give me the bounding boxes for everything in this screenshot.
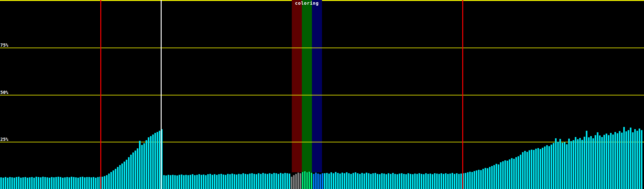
- histogram-bar: [625, 131, 627, 189]
- histogram-bar: [322, 173, 323, 189]
- usage-histogram-chart: coloring 75%50%25%: [0, 0, 644, 189]
- histogram-bar: [476, 170, 477, 189]
- histogram-bar: [97, 177, 99, 189]
- histogram-bar: [581, 140, 583, 189]
- histogram-bar: [526, 152, 528, 189]
- histogram-bar: [405, 174, 407, 189]
- y-axis-label-75: 75%: [0, 43, 8, 47]
- histogram-bar: [150, 136, 152, 189]
- histogram-bar: [359, 174, 361, 189]
- histogram-bar: [229, 174, 231, 189]
- histogram-bar: [559, 139, 561, 189]
- histogram-bar: [205, 175, 207, 189]
- histogram-bar: [170, 175, 171, 189]
- histogram-bar: [20, 178, 22, 189]
- histogram-bar: [3, 178, 4, 189]
- histogram-bar: [269, 173, 270, 189]
- histogram-bar: [449, 174, 451, 189]
- histogram-bar: [513, 159, 515, 189]
- histogram-bar: [262, 173, 264, 189]
- histogram-bar: [348, 173, 350, 189]
- histogram-bar: [434, 173, 436, 189]
- histogram-bar: [0, 177, 2, 189]
- histogram-bar: [117, 167, 119, 189]
- histogram-bar: [319, 174, 321, 189]
- histogram-bar: [128, 157, 130, 189]
- histogram-bar: [324, 173, 325, 189]
- histogram-bar: [630, 128, 631, 189]
- gridline-top-border: [0, 0, 644, 1]
- histogram-bar: [518, 156, 519, 189]
- histogram-bar: [278, 174, 279, 189]
- histogram-bar: [40, 177, 42, 189]
- histogram-bar: [84, 177, 86, 189]
- histogram-bar: [623, 127, 625, 189]
- histogram-bar: [410, 174, 411, 189]
- histogram-bar: [606, 134, 607, 189]
- histogram-bar: [546, 145, 548, 189]
- histogram-bar: [421, 174, 422, 189]
- histogram-bar: [392, 173, 394, 189]
- histogram-bar: [33, 178, 35, 189]
- histogram-bar: [110, 172, 112, 189]
- histogram-bar: [95, 178, 97, 189]
- histogram-bar: [487, 168, 488, 189]
- histogram-bar: [388, 173, 389, 189]
- histogram-bar: [438, 174, 440, 189]
- coloring-band-1: [302, 0, 312, 172]
- histogram-bar: [7, 178, 8, 189]
- histogram-bar: [511, 158, 513, 189]
- y-axis-label-50: 50%: [0, 90, 8, 94]
- histogram-bar: [403, 174, 405, 189]
- histogram-bar: [474, 171, 475, 189]
- histogram-bar: [260, 174, 262, 189]
- histogram-bar: [617, 133, 618, 189]
- histogram-bar: [66, 177, 68, 189]
- histogram-bar: [240, 174, 242, 189]
- histogram-bar: [608, 135, 609, 189]
- histogram-bar: [69, 177, 70, 189]
- histogram-bar: [218, 174, 220, 189]
- histogram-bar: [51, 177, 53, 189]
- histogram-bar: [315, 173, 317, 189]
- histogram-bar: [154, 133, 156, 189]
- histogram-bar: [570, 141, 572, 189]
- histogram-bar: [75, 177, 77, 189]
- histogram-bar: [603, 135, 605, 189]
- histogram-bar: [471, 172, 473, 189]
- histogram-bar: [504, 160, 506, 189]
- histogram-bar: [443, 174, 444, 189]
- histogram-bar: [641, 130, 642, 189]
- histogram-bar: [152, 135, 154, 189]
- histogram-bar: [379, 174, 380, 189]
- histogram-bar: [86, 177, 88, 189]
- histogram-bar: [18, 177, 19, 189]
- histogram-bar: [592, 138, 594, 189]
- histogram-bar: [634, 129, 636, 189]
- histogram-bar: [456, 173, 458, 189]
- histogram-bar: [5, 177, 6, 189]
- histogram-bar: [458, 174, 460, 189]
- histogram-bar: [286, 173, 288, 189]
- histogram-bar: [297, 173, 299, 189]
- histogram-bar: [496, 164, 497, 189]
- histogram-bar: [339, 174, 341, 189]
- histogram-bar: [302, 172, 303, 189]
- histogram-bar: [124, 162, 125, 189]
- histogram-bar: [436, 174, 438, 189]
- histogram-bar: [317, 174, 319, 189]
- histogram-bar: [137, 148, 138, 189]
- histogram-bar: [284, 173, 286, 189]
- coloring-band-label: coloring: [295, 1, 319, 5]
- histogram-bar: [412, 174, 414, 189]
- histogram-bar: [267, 174, 268, 189]
- histogram-bar: [353, 173, 354, 189]
- histogram-bar: [595, 135, 596, 189]
- coloring-band-0: [292, 0, 302, 172]
- histogram-bar: [386, 174, 387, 189]
- histogram-bar: [467, 172, 469, 189]
- histogram-bar: [507, 161, 508, 189]
- gridline-75: [0, 48, 644, 48]
- histogram-bar: [231, 174, 233, 189]
- histogram-bar: [183, 175, 185, 189]
